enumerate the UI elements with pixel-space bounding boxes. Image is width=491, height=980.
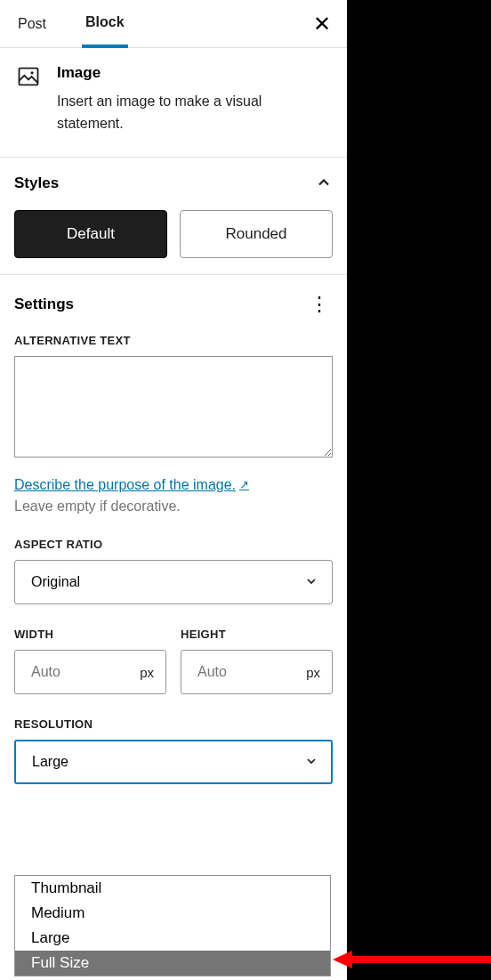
height-column: Height px [181, 628, 333, 694]
aspect-ratio-select[interactable]: Original [14, 560, 333, 604]
block-info: Image Insert an image to make a visual s… [0, 48, 347, 158]
resolution-value: Large [14, 740, 333, 784]
tab-block[interactable]: Block [82, 0, 128, 48]
sidebar-tabs: Post Block ✕ [0, 0, 347, 48]
external-link-icon: ↗ [239, 478, 249, 491]
resolution-block: Resolution Large [14, 717, 333, 784]
annotation-arrow [333, 953, 491, 966]
describe-image-link[interactable]: Describe the purpose of the image. ↗ [14, 477, 249, 493]
height-unit: px [306, 664, 320, 679]
resolution-dropdown: Thumbnail Medium Large Full Size [14, 875, 331, 976]
width-column: Width px [14, 628, 166, 694]
styles-section: Styles Default Rounded [0, 158, 347, 275]
height-label: Height [181, 628, 333, 641]
close-panel-button[interactable]: ✕ [311, 13, 333, 35]
width-unit: px [140, 664, 154, 679]
resolution-option-medium[interactable]: Medium [15, 901, 330, 926]
styles-header[interactable]: Styles [14, 174, 333, 194]
aspect-ratio-label: Aspect Ratio [14, 538, 333, 551]
block-settings-panel: Post Block ✕ Image Insert an image to ma… [0, 0, 347, 980]
style-buttons: Default Rounded [14, 210, 333, 258]
more-vertical-icon: ⋮ [310, 293, 329, 316]
resolution-option-large[interactable]: Large [15, 926, 330, 951]
dimensions-row: Width px Height px [14, 628, 333, 694]
styles-title: Styles [14, 174, 59, 192]
describe-image-link-text: Describe the purpose of the image. [14, 477, 236, 493]
svg-rect-0 [20, 69, 38, 85]
alt-text-input[interactable] [14, 356, 333, 458]
settings-more-button[interactable]: ⋮ [306, 291, 333, 318]
resolution-label: Resolution [14, 717, 333, 731]
resolution-option-thumbnail[interactable]: Thumbnail [15, 876, 330, 901]
decorative-help-text: Leave empty if decorative. [14, 498, 333, 514]
block-description: Insert an image to make a visual stateme… [57, 91, 331, 135]
arrow-body [349, 956, 491, 963]
tab-post[interactable]: Post [14, 0, 50, 48]
svg-point-1 [30, 71, 33, 74]
style-rounded-button[interactable]: Rounded [180, 210, 333, 258]
resolution-select[interactable]: Large [14, 740, 333, 784]
annotation-overlay [347, 0, 491, 980]
resolution-option-full-size[interactable]: Full Size [15, 951, 330, 976]
block-title: Image [57, 64, 331, 82]
settings-title: Settings [14, 296, 74, 313]
image-block-icon [16, 64, 41, 89]
width-label: Width [14, 628, 166, 641]
aspect-ratio-value: Original [14, 560, 333, 604]
style-default-button[interactable]: Default [14, 210, 167, 258]
close-icon: ✕ [313, 12, 331, 36]
chevron-up-icon [315, 174, 333, 194]
alt-text-label: Alternative Text [14, 334, 333, 347]
block-info-text: Image Insert an image to make a visual s… [57, 64, 331, 135]
settings-header: Settings ⋮ [14, 291, 333, 318]
